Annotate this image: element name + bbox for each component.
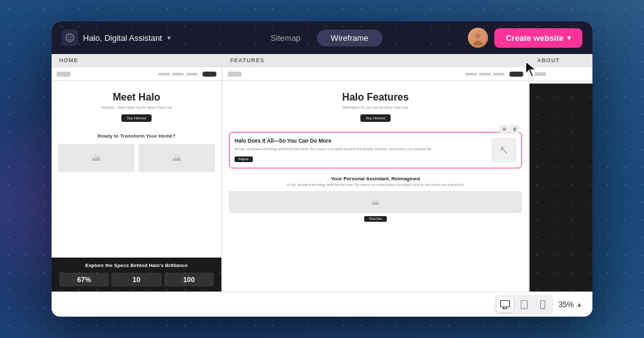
svg-point-13 bbox=[542, 307, 543, 308]
nav-link-1 bbox=[158, 73, 170, 75]
lower-description: At Halo, we believe technology should fe… bbox=[229, 183, 522, 187]
svg-point-11 bbox=[523, 307, 525, 308]
feat-nav-link-3 bbox=[493, 73, 504, 75]
mountain-icon-2: ⛰ bbox=[172, 152, 182, 163]
svg-point-0 bbox=[66, 34, 74, 41]
card-text: Halo Does It All—So You Can Do More At H… bbox=[235, 138, 486, 163]
features-nav-button bbox=[509, 72, 523, 77]
app-logo-area[interactable]: Halo, Digital Assistant ▾ bbox=[62, 30, 171, 46]
about-nav-logo bbox=[535, 72, 546, 76]
home-section-title: Ready to Transform Your Home? bbox=[52, 128, 221, 141]
home-nav bbox=[52, 67, 221, 81]
create-website-chevron: ▾ bbox=[567, 34, 571, 42]
view-tablet-button[interactable] bbox=[516, 297, 532, 312]
home-nav-button bbox=[203, 72, 216, 77]
card-image: ↖ bbox=[491, 138, 516, 163]
card-actions: ⊞ 🗑 bbox=[500, 125, 519, 134]
home-wireframe: Meet Halo Whether... Halo Helps You Do M… bbox=[52, 67, 221, 292]
stat-3: 100 bbox=[164, 273, 214, 286]
features-nav bbox=[223, 67, 528, 81]
home-img-row: ⛰ ⛰ bbox=[52, 141, 221, 175]
view-toggle-group bbox=[494, 295, 553, 315]
mobile-icon bbox=[540, 300, 545, 309]
zoom-chevron: ▲ bbox=[576, 301, 582, 308]
home-nav-links bbox=[158, 73, 197, 75]
card-edit-button[interactable]: ⊞ bbox=[500, 125, 509, 134]
features-nav-logo bbox=[228, 72, 242, 77]
feature-card: ⊞ 🗑 Halo Does It All—So You Can Do More … bbox=[229, 132, 522, 169]
toolbar-right: Create website ▾ bbox=[468, 28, 582, 48]
features-panel: FEATURES Halo Features With Halo's AI, y… bbox=[223, 54, 528, 292]
tablet-icon bbox=[521, 300, 528, 309]
about-panel: ABOUT bbox=[530, 54, 592, 292]
toolbar-tabs: Sitemap Wireframe bbox=[257, 30, 382, 46]
avatar bbox=[468, 28, 488, 48]
home-hero: Meet Halo Whether... Halo Helps You Do M… bbox=[52, 81, 221, 128]
stats-row: 67% 10 100 bbox=[59, 273, 214, 286]
zoom-control[interactable]: 35% ▲ bbox=[558, 300, 582, 309]
lower-button[interactable]: Shop Now bbox=[364, 216, 387, 222]
card-title: Halo Does It All—So You Can Do More bbox=[235, 138, 486, 144]
card-inner: Halo Does It All—So You Can Do More At H… bbox=[235, 138, 516, 163]
feat-nav-link-1 bbox=[465, 73, 477, 75]
home-hero-title: Meet Halo bbox=[59, 91, 214, 103]
home-nav-logo bbox=[57, 72, 70, 77]
zoom-level: 35% bbox=[558, 300, 574, 309]
features-hero-subtitle: With Halo's AI, you can Do More Than Liv… bbox=[230, 106, 521, 111]
home-panel: HOME Meet Halo Whether... Halo Helps You… bbox=[52, 54, 221, 292]
stat-2: 10 bbox=[111, 273, 161, 286]
tab-wireframe[interactable]: Wireframe bbox=[317, 30, 382, 46]
about-nav bbox=[530, 67, 592, 81]
bottom-toolbar: 35% ▲ bbox=[52, 292, 592, 317]
title-chevron: ▾ bbox=[167, 34, 171, 42]
features-hero-title: Halo Features bbox=[230, 91, 521, 103]
features-label: FEATURES bbox=[223, 54, 528, 67]
features-nav-links bbox=[465, 73, 504, 75]
mountain-icon-1: ⛰ bbox=[91, 152, 101, 163]
lower-mountain-icon: ⛰ bbox=[371, 197, 380, 207]
home-img-2: ⛰ bbox=[138, 144, 215, 172]
nav-link-3 bbox=[186, 73, 197, 75]
card-button[interactable]: Register bbox=[235, 156, 253, 162]
stats-bar-title: Explore the Specs Behind Halo's Brillian… bbox=[59, 263, 214, 269]
features-hero-button[interactable]: Stay Informed bbox=[360, 114, 390, 122]
home-img-1: ⛰ bbox=[58, 144, 135, 172]
home-hero-subtitle: Whether... Halo Helps You Do More Than L… bbox=[59, 106, 214, 111]
features-hero: Halo Features With Halo's AI, you can Do… bbox=[223, 81, 528, 128]
home-label: HOME bbox=[52, 54, 221, 67]
home-hero-button[interactable]: Stay Informed bbox=[121, 114, 151, 122]
feat-nav-link-2 bbox=[479, 73, 491, 75]
card-delete-button[interactable]: 🗑 bbox=[510, 125, 519, 134]
home-stats-bar: Explore the Specs Behind Halo's Brillian… bbox=[52, 258, 221, 292]
svg-point-2 bbox=[70, 36, 72, 38]
card-cursor-icon: ↖ bbox=[499, 143, 509, 157]
about-wireframe bbox=[530, 67, 592, 292]
tab-sitemap[interactable]: Sitemap bbox=[257, 30, 314, 46]
create-website-button[interactable]: Create website ▾ bbox=[494, 28, 582, 48]
lower-title: Your Personal Assistant, Reimagined bbox=[229, 176, 522, 182]
lower-section: Your Personal Assistant, Reimagined At H… bbox=[223, 172, 528, 225]
stat-1: 67% bbox=[59, 273, 109, 286]
svg-point-4 bbox=[475, 33, 480, 38]
svg-point-1 bbox=[68, 36, 69, 38]
view-desktop-button[interactable] bbox=[497, 297, 513, 312]
view-mobile-button[interactable] bbox=[535, 297, 551, 312]
app-title: Halo, Digital Assistant bbox=[83, 33, 162, 43]
main-content: HOME Meet Halo Whether... Halo Helps You… bbox=[52, 54, 592, 292]
desktop-icon bbox=[500, 300, 510, 309]
app-logo-icon bbox=[62, 30, 78, 46]
features-wireframe: Halo Features With Halo's AI, you can Do… bbox=[223, 67, 528, 292]
about-dark-area bbox=[530, 84, 592, 292]
toolbar: Halo, Digital Assistant ▾ Sitemap Wirefr… bbox=[52, 21, 592, 54]
app-window: Halo, Digital Assistant ▾ Sitemap Wirefr… bbox=[52, 21, 592, 317]
card-description: At Halo, we believe technology should fe… bbox=[235, 147, 486, 152]
about-label: ABOUT bbox=[530, 54, 592, 67]
svg-rect-6 bbox=[501, 300, 510, 307]
lower-image: ⛰ bbox=[229, 191, 522, 213]
nav-link-2 bbox=[172, 73, 184, 75]
